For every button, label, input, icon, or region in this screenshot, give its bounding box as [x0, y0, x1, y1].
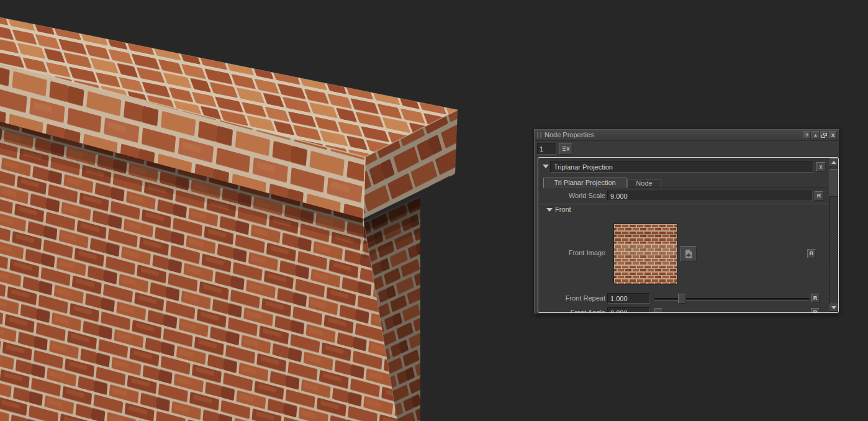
tab-node[interactable]: Node — [627, 179, 661, 188]
load-image-button[interactable] — [680, 246, 697, 262]
application-window: Node Properties ? ▲ X x — [0, 0, 868, 421]
node-properties-panel: Node Properties ? ▲ X x — [534, 129, 839, 314]
front-image-reset-button[interactable]: R — [807, 249, 816, 258]
front-angle-reset-button[interactable]: R — [811, 308, 820, 313]
file-load-icon — [684, 249, 693, 259]
scroll-up-button[interactable] — [830, 158, 838, 166]
list-delete-icon — [562, 146, 570, 152]
front-angle-slider-track[interactable] — [654, 312, 809, 313]
front-angle-input[interactable] — [607, 307, 650, 313]
window-buttons: ? ▲ X — [803, 131, 837, 139]
scrollbar-thumb[interactable] — [830, 169, 838, 197]
node-name-field[interactable] — [550, 161, 813, 173]
collapse-icon[interactable]: ▲ — [811, 131, 820, 139]
scroll-down-button[interactable] — [830, 304, 838, 312]
scroll-up-icon — [831, 161, 836, 164]
world-scale-reset-button[interactable]: R — [815, 191, 823, 201]
brick-wall — [0, 17, 458, 421]
drag-grip-icon — [537, 132, 541, 138]
tab-tri-planar-projection[interactable]: Tri Planar Projection — [543, 178, 626, 188]
front-section-label: Front — [555, 206, 571, 213]
front-angle-label: Front Angle — [538, 309, 605, 313]
panel-titlebar[interactable]: Node Properties ? ▲ X — [535, 130, 839, 141]
front-repeat-label: Front Repeat — [538, 294, 605, 302]
world-scale-label: World Scale — [538, 192, 605, 199]
close-icon[interactable]: X — [829, 131, 837, 139]
front-image-label: Front Image — [538, 249, 605, 256]
front-section-disclosure-icon[interactable] — [546, 208, 553, 212]
node-form-area: x Tri Planar Projection Node World Scale… — [538, 157, 839, 313]
help-icon[interactable]: ? — [803, 131, 811, 139]
front-image-thumbnail[interactable] — [613, 224, 677, 284]
front-repeat-input[interactable] — [607, 293, 650, 304]
node-disclosure-icon[interactable] — [543, 165, 549, 168]
section-divider — [540, 204, 829, 204]
node-count-input[interactable] — [537, 143, 556, 155]
maximize-icon[interactable] — [820, 131, 828, 139]
remove-node-button[interactable]: x — [816, 162, 826, 172]
front-repeat-slider-thumb[interactable] — [678, 294, 686, 304]
scroll-down-icon — [831, 306, 836, 309]
world-scale-input[interactable] — [607, 191, 813, 201]
front-repeat-reset-button[interactable]: R — [811, 294, 820, 303]
front-angle-slider-thumb[interactable] — [654, 308, 662, 313]
panel-title: Node Properties — [545, 131, 594, 138]
form-scrollbar[interactable] — [829, 158, 838, 312]
remove-node-list-button[interactable] — [559, 143, 572, 155]
